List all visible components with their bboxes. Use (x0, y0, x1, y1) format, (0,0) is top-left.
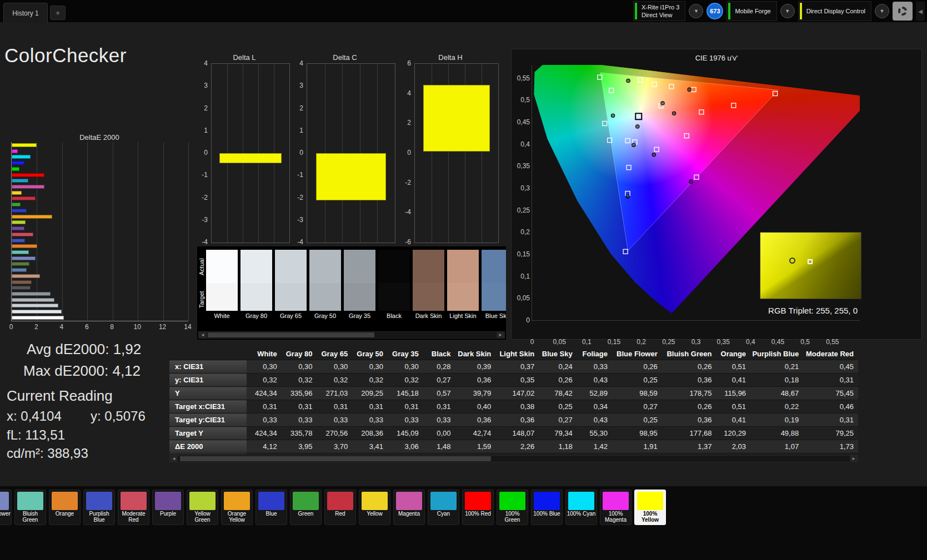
delta-y-tick-label: 3 (204, 82, 208, 89)
table-cell: 48,67 (750, 387, 803, 400)
swatch-gray-65[interactable]: Gray 65 (275, 250, 307, 321)
de2000-bar (12, 143, 37, 147)
patch-color-swatch (568, 492, 594, 510)
measurement-count-badge[interactable]: 673 (706, 3, 723, 19)
patch-button-magenta[interactable]: Magenta (393, 490, 425, 525)
de2000-bar-row (12, 298, 188, 302)
source-dropdown-button[interactable]: ▼ (780, 4, 795, 18)
pattern-source-button[interactable]: Mobile Forge (726, 1, 776, 21)
scroll-right-icon[interactable]: ► (497, 332, 504, 338)
patch-button-label: Magenta (398, 511, 420, 517)
swatch-gray-50[interactable]: Gray 50 (309, 250, 341, 321)
patch-button-yellow[interactable]: Yellow (359, 490, 390, 525)
patch-button-bluish-green[interactable]: Bluish Green (14, 490, 46, 525)
top-bar: History 1 + X-Rite i1Pro 3 Direct View ▼… (0, 0, 927, 22)
delta-h-ticks: 6420-2-4-6 (399, 63, 413, 242)
swatch-white[interactable]: White (206, 250, 238, 321)
delta-y-tick-label: -2 (405, 179, 411, 186)
de2000-bar-row (12, 292, 188, 296)
swatch-gray-80[interactable]: Gray 80 (240, 250, 272, 321)
patch-button-orange[interactable]: Orange (49, 490, 81, 525)
column-header: Light Skin (495, 347, 539, 360)
patch-button-label: 100% Green (497, 511, 528, 523)
table-cell: 39,79 (455, 387, 496, 400)
table-cell: 0,31 (317, 400, 352, 413)
patch-button-moderate-red[interactable]: Moderate Red (118, 490, 149, 525)
table-cell: 4,56 (577, 453, 612, 455)
de2000-bar-row (12, 244, 188, 248)
table-cell: 0,21 (750, 360, 803, 374)
table-cell: 5,03 (282, 453, 317, 455)
swatch-gray-35[interactable]: Gray 35 (344, 250, 375, 321)
row-label: Y (169, 387, 247, 400)
de2000-bar (12, 298, 54, 302)
swatch-light-skin[interactable]: Light Skin (447, 250, 479, 321)
patch-button-100-red[interactable]: 100% Red (462, 490, 494, 525)
patch-button-purplish-blue[interactable]: Purplish Blue (83, 490, 115, 525)
patch-button-100-magenta[interactable]: 100% Magenta (600, 490, 632, 525)
swatch-target-color (240, 283, 272, 311)
cie-x-tick-label: 0,3 (685, 338, 707, 346)
swatch-label: Gray 35 (344, 311, 375, 321)
patch-button-100-blue[interactable]: 100% Blue (531, 490, 563, 525)
column-header: Gray 80 (282, 347, 317, 360)
patch-button-100-green[interactable]: 100% Green (497, 490, 528, 525)
scroll-left-icon[interactable]: ◄ (170, 456, 178, 462)
cie-y-tick-label: 0,1 (512, 273, 530, 280)
scrollbar-thumb[interactable] (180, 456, 491, 461)
table-cell: 0,51 (716, 360, 750, 374)
scrollbar-thumb[interactable] (208, 332, 374, 337)
patch-button-yellow-green[interactable]: Yellow Green (187, 490, 218, 525)
swatch-scrollbar[interactable]: ◄ ► (198, 331, 505, 339)
scroll-right-icon[interactable]: ► (850, 456, 858, 462)
scroll-left-icon[interactable]: ◄ (199, 332, 207, 338)
de2000-bar-row (12, 286, 188, 290)
patch-button-100-cyan[interactable]: 100% Cyan (565, 490, 597, 525)
swatch-blue-sky[interactable]: Blue Sky (482, 250, 506, 321)
meter-dropdown-button[interactable]: ▼ (689, 4, 703, 18)
de2000-bar-row (12, 161, 188, 165)
swatch-dark-skin[interactable]: Dark Skin (413, 250, 444, 321)
cie-x-tick-label: 0,1 (575, 338, 598, 346)
patch-button-100-yellow[interactable]: 100% Yellow (634, 490, 666, 525)
column-header: Black (423, 347, 455, 360)
display-control-button[interactable]: Direct Display Control (798, 1, 871, 21)
swatch-actual-color (378, 250, 410, 283)
page-title: ColorChecker (4, 44, 127, 67)
de2000-bar (12, 155, 31, 159)
target-point-marker (654, 147, 659, 152)
table-cell: 0,30 (282, 360, 317, 374)
patch-button-blue[interactable]: Blue (255, 490, 287, 525)
tab-history-1[interactable]: History 1 (3, 3, 48, 23)
patch-button-green[interactable]: Green (290, 490, 322, 525)
display-control-dropdown-button[interactable]: ▼ (875, 4, 889, 18)
table-cell: 1,07 (750, 440, 803, 453)
patch-button-blue-flower[interactable]: Blue Flower (0, 490, 12, 525)
patch-button-orange-yellow[interactable]: Orange Yellow (221, 490, 253, 525)
settings-button[interactable] (893, 2, 913, 21)
de2000-bar-row (12, 280, 188, 284)
target-point-marker (692, 87, 696, 92)
cie-x-tick-label: 0,15 (603, 338, 625, 346)
cie-x-tick-label: 0,2 (630, 338, 653, 346)
patch-color-swatch (637, 492, 663, 510)
collapse-panel-button[interactable]: ◀ (916, 2, 925, 21)
avg-de2000-value: Avg dE2000: 1,92 (27, 341, 141, 358)
delta-c-ticks: 43210-1-2-3-4 (291, 63, 305, 242)
table-cell: 6,45 (495, 453, 539, 455)
table-cell: 0,27 (423, 374, 455, 387)
delta-y-tick-label: -2 (202, 194, 208, 201)
table-cell: 98,59 (612, 387, 662, 400)
de2000-bar-row (12, 155, 188, 159)
column-header: Foliage (577, 347, 612, 360)
de2000-bar (12, 239, 25, 243)
patch-button-cyan[interactable]: Cyan (428, 490, 459, 525)
display-control-status-indicator (800, 3, 802, 19)
swatch-black[interactable]: Black (378, 250, 410, 321)
meter-select-button[interactable]: X-Rite i1Pro 3 Direct View (633, 1, 685, 21)
table-scrollbar[interactable]: ◄ ► (169, 455, 858, 462)
patch-button-purple[interactable]: Purple (152, 490, 184, 525)
new-tab-button[interactable]: + (50, 6, 66, 20)
patch-button-label: Yellow Green (187, 511, 218, 523)
patch-button-red[interactable]: Red (324, 490, 356, 525)
